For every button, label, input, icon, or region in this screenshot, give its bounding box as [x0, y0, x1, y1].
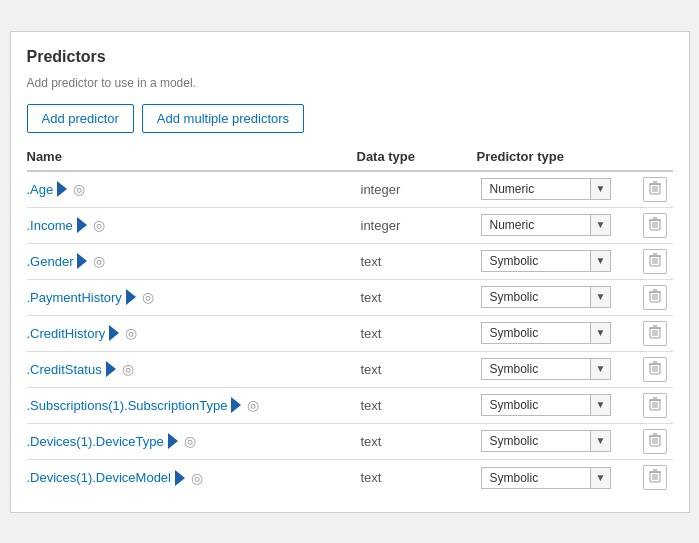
predictor-type-dropdown-arrow[interactable]: ▼	[591, 394, 612, 416]
cell-delete	[637, 285, 673, 310]
predictor-type-select-wrapper: Symbolic▼	[481, 286, 633, 308]
target-icon: ◎	[122, 361, 134, 377]
cell-delete	[637, 393, 673, 418]
expand-arrow-icon[interactable]	[77, 217, 87, 233]
cell-predictor-type: Symbolic▼	[477, 318, 637, 348]
predictor-type-value[interactable]: Symbolic	[481, 322, 591, 344]
table-row: .CreditHistory◎textSymbolic▼	[27, 316, 673, 352]
predictor-name: .Devices(1).DeviceType	[27, 434, 164, 449]
predictor-type-value[interactable]: Numeric	[481, 178, 591, 200]
table-row: .Income◎integerNumeric▼	[27, 208, 673, 244]
predictor-type-dropdown-arrow[interactable]: ▼	[591, 250, 612, 272]
predictor-name: .Gender	[27, 254, 74, 269]
header-predictor-type: Predictor type	[477, 149, 637, 164]
cell-delete	[637, 321, 673, 346]
trash-icon	[649, 397, 661, 411]
expand-arrow-icon[interactable]	[126, 289, 136, 305]
target-icon: ◎	[247, 397, 259, 413]
expand-arrow-icon[interactable]	[106, 361, 116, 377]
table-row: .Devices(1).DeviceType◎textSymbolic▼	[27, 424, 673, 460]
cell-data-type: integer	[357, 176, 477, 203]
cell-name: .Income◎	[27, 211, 357, 239]
table-row: .Devices(1).DeviceModel◎textSymbolic▼	[27, 460, 673, 496]
trash-icon	[649, 181, 661, 195]
table-row: .Subscriptions(1).SubscriptionType◎textS…	[27, 388, 673, 424]
predictor-name: .Age	[27, 182, 54, 197]
predictor-type-dropdown-arrow[interactable]: ▼	[591, 430, 612, 452]
predictor-type-dropdown-arrow[interactable]: ▼	[591, 286, 612, 308]
cell-name: .Devices(1).DeviceType◎	[27, 427, 357, 455]
predictor-type-value[interactable]: Symbolic	[481, 358, 591, 380]
cell-delete	[637, 357, 673, 382]
cell-data-type: text	[357, 248, 477, 275]
delete-predictor-button[interactable]	[643, 213, 667, 238]
cell-predictor-type: Symbolic▼	[477, 426, 637, 456]
cell-name: .Age◎	[27, 175, 357, 203]
predictor-type-value[interactable]: Symbolic	[481, 286, 591, 308]
expand-arrow-icon[interactable]	[168, 433, 178, 449]
panel-title: Predictors	[27, 48, 673, 66]
cell-data-type: text	[357, 392, 477, 419]
cell-data-type: text	[357, 428, 477, 455]
table-row: .Age◎integerNumeric▼	[27, 172, 673, 208]
predictor-name: .CreditStatus	[27, 362, 102, 377]
delete-predictor-button[interactable]	[643, 249, 667, 274]
expand-arrow-icon[interactable]	[57, 181, 67, 197]
predictor-type-value[interactable]: Symbolic	[481, 430, 591, 452]
target-icon: ◎	[73, 181, 85, 197]
target-icon: ◎	[191, 470, 203, 486]
header-data-type: Data type	[357, 149, 477, 164]
predictor-type-value[interactable]: Symbolic	[481, 467, 591, 489]
predictor-type-select-wrapper: Symbolic▼	[481, 322, 633, 344]
cell-data-type: text	[357, 284, 477, 311]
predictors-table: Name Data type Predictor type .Age◎integ…	[27, 149, 673, 496]
add-multiple-predictors-button[interactable]: Add multiple predictors	[142, 104, 304, 133]
predictor-type-dropdown-arrow[interactable]: ▼	[591, 467, 612, 489]
trash-icon	[649, 289, 661, 303]
cell-data-type: text	[357, 464, 477, 491]
predictor-type-select-wrapper: Numeric▼	[481, 178, 633, 200]
trash-icon	[649, 217, 661, 231]
cell-name: .Gender◎	[27, 247, 357, 275]
predictor-name: .Devices(1).DeviceModel	[27, 470, 172, 485]
predictor-type-value[interactable]: Symbolic	[481, 394, 591, 416]
add-predictor-button[interactable]: Add predictor	[27, 104, 134, 133]
predictor-type-dropdown-arrow[interactable]: ▼	[591, 178, 612, 200]
cell-delete	[637, 429, 673, 454]
predictor-type-dropdown-arrow[interactable]: ▼	[591, 322, 612, 344]
expand-arrow-icon[interactable]	[231, 397, 241, 413]
target-icon: ◎	[125, 325, 137, 341]
delete-predictor-button[interactable]	[643, 177, 667, 202]
cell-predictor-type: Symbolic▼	[477, 463, 637, 493]
predictor-name: .Subscriptions(1).SubscriptionType	[27, 398, 228, 413]
delete-predictor-button[interactable]	[643, 465, 667, 490]
delete-predictor-button[interactable]	[643, 321, 667, 346]
header-name: Name	[27, 149, 357, 164]
table-header: Name Data type Predictor type	[27, 149, 673, 172]
cell-data-type: text	[357, 320, 477, 347]
trash-icon	[649, 433, 661, 447]
expand-arrow-icon[interactable]	[109, 325, 119, 341]
table-row: .Gender◎textSymbolic▼	[27, 244, 673, 280]
predictor-type-dropdown-arrow[interactable]: ▼	[591, 214, 612, 236]
delete-predictor-button[interactable]	[643, 357, 667, 382]
predictor-type-value[interactable]: Numeric	[481, 214, 591, 236]
panel-subtitle: Add predictor to use in a model.	[27, 76, 673, 90]
delete-predictor-button[interactable]	[643, 429, 667, 454]
predictor-type-select-wrapper: Symbolic▼	[481, 250, 633, 272]
delete-predictor-button[interactable]	[643, 285, 667, 310]
predictor-type-select-wrapper: Symbolic▼	[481, 358, 633, 380]
delete-predictor-button[interactable]	[643, 393, 667, 418]
expand-arrow-icon[interactable]	[175, 470, 185, 486]
predictor-name: .Income	[27, 218, 73, 233]
predictor-type-dropdown-arrow[interactable]: ▼	[591, 358, 612, 380]
expand-arrow-icon[interactable]	[77, 253, 87, 269]
predictor-type-select-wrapper: Symbolic▼	[481, 394, 633, 416]
predictor-name: .CreditHistory	[27, 326, 106, 341]
table-row: .PaymentHistory◎textSymbolic▼	[27, 280, 673, 316]
button-row: Add predictor Add multiple predictors	[27, 104, 673, 133]
table-rows-container: .Age◎integerNumeric▼ .Income◎integerNume…	[27, 172, 673, 496]
trash-icon	[649, 469, 661, 483]
cell-delete	[637, 465, 673, 490]
predictor-type-value[interactable]: Symbolic	[481, 250, 591, 272]
